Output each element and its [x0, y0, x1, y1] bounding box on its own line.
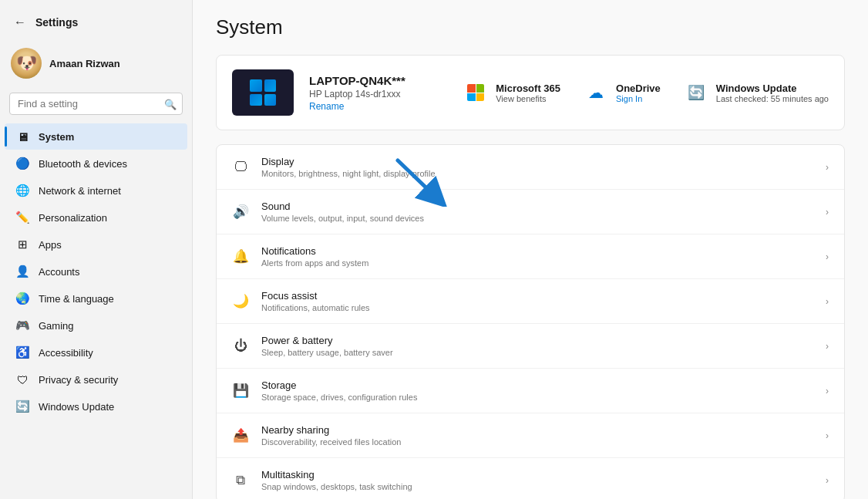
sidebar-item-label-time: Time & language — [39, 293, 114, 305]
winupdate-sub: Last checked: 55 minutes ago — [716, 94, 829, 103]
power-name: Power & battery — [261, 335, 813, 346]
sidebar-item-system[interactable]: 🖥System — [5, 123, 187, 150]
time-nav-icon: 🌏 — [15, 292, 29, 305]
main-wrapper: System LAPTOP-QN4K*** HP Laptop 14s-dr1x… — [193, 0, 868, 499]
sound-name: Sound — [261, 201, 813, 212]
winupdate-info: Windows Update Last checked: 55 minutes … — [716, 83, 829, 103]
storage-chevron-icon: › — [826, 386, 829, 396]
multitasking-text: MultitaskingSnap windows, desktops, task… — [261, 469, 813, 491]
sidebar-item-label-network: Network & internet — [39, 185, 121, 197]
gaming-nav-icon: 🎮 — [15, 319, 29, 332]
sidebar: ← Settings 🐶 Amaan Rizwan 🔍 🖥System🔵Blue… — [0, 0, 193, 499]
multitasking-icon: ⧉ — [232, 472, 249, 489]
settings-item-storage[interactable]: 💾StorageStorage space, drives, configura… — [217, 369, 844, 413]
sidebar-header: ← Settings — [0, 8, 192, 40]
sidebar-item-accounts[interactable]: 👤Accounts — [5, 258, 187, 285]
winupdate-icon: 🔄 — [684, 80, 708, 105]
nearby-name: Nearby sharing — [261, 424, 813, 436]
ms365-info: Microsoft 365 View benefits — [496, 83, 560, 103]
laptop-model: HP Laptop 14s-dr1xxx — [309, 89, 448, 99]
storage-desc: Storage space, drives, configuration rul… — [261, 393, 813, 402]
laptop-name: LAPTOP-QN4K*** — [309, 74, 448, 87]
multitasking-desc: Snap windows, desktops, task switching — [261, 482, 813, 491]
sidebar-item-label-accessibility: Accessibility — [39, 347, 93, 359]
settings-item-focus[interactable]: 🌙Focus assistNotifications, automatic ru… — [217, 279, 844, 324]
sidebar-item-time[interactable]: 🌏Time & language — [5, 285, 187, 312]
multitasking-name: Multitasking — [261, 469, 813, 480]
bluetooth-nav-icon: 🔵 — [15, 157, 29, 170]
sidebar-item-label-bluetooth: Bluetooth & devices — [39, 158, 127, 170]
sidebar-item-label-system: System — [39, 131, 74, 143]
laptop-thumbnail — [232, 69, 294, 116]
onedrive-name: OneDrive — [616, 83, 661, 94]
sidebar-item-gaming[interactable]: 🎮Gaming — [5, 312, 187, 339]
update-nav-icon: 🔄 — [15, 400, 29, 413]
sidebar-item-privacy[interactable]: 🛡Privacy & security — [5, 366, 187, 393]
settings-item-display[interactable]: 🖵DisplayMonitors, brightness, night ligh… — [217, 145, 844, 190]
back-button[interactable]: ← — [11, 14, 29, 31]
settings-item-nearby[interactable]: 📤Nearby sharingDiscoverability, received… — [217, 413, 844, 458]
sidebar-item-label-apps: Apps — [39, 239, 62, 251]
winupdate-name: Windows Update — [716, 83, 829, 94]
search-box[interactable]: 🔍 — [9, 93, 183, 115]
avatar: 🐶 — [11, 48, 42, 79]
focus-icon: 🌙 — [232, 293, 249, 310]
focus-text: Focus assistNotifications, automatic rul… — [261, 290, 813, 312]
onedrive-sub: Sign In — [616, 94, 661, 103]
notifications-name: Notifications — [261, 245, 813, 257]
user-profile: 🐶 Amaan Rizwan — [0, 40, 192, 89]
laptop-info: LAPTOP-QN4K*** HP Laptop 14s-dr1xxx Rena… — [309, 74, 448, 112]
ms365-icon — [463, 80, 488, 105]
sidebar-item-label-gaming: Gaming — [39, 320, 74, 332]
service-ms365[interactable]: Microsoft 365 View benefits — [463, 80, 560, 105]
avatar-image: 🐶 — [11, 48, 42, 79]
search-input[interactable] — [9, 93, 183, 115]
user-name: Amaan Rizwan — [49, 58, 120, 69]
sidebar-item-personalization[interactable]: ✏️Personalization — [5, 204, 187, 231]
sidebar-item-bluetooth[interactable]: 🔵Bluetooth & devices — [5, 150, 187, 177]
settings-item-power[interactable]: ⏻Power & batterySleep, battery usage, ba… — [217, 324, 844, 369]
accessibility-nav-icon: ♿ — [15, 346, 29, 359]
display-desc: Monitors, brightness, night light, displ… — [261, 169, 813, 178]
storage-text: StorageStorage space, drives, configurat… — [261, 379, 813, 402]
nav-list: 🖥System🔵Bluetooth & devices🌐Network & in… — [0, 123, 192, 420]
search-icon: 🔍 — [164, 98, 177, 110]
settings-list: 🖵DisplayMonitors, brightness, night ligh… — [216, 144, 845, 499]
power-desc: Sleep, battery usage, battery saver — [261, 348, 813, 357]
display-icon: 🖵 — [232, 159, 249, 176]
multitasking-chevron-icon: › — [826, 475, 829, 486]
main-content: System LAPTOP-QN4K*** HP Laptop 14s-dr1x… — [193, 0, 868, 499]
sidebar-item-update[interactable]: 🔄Windows Update — [5, 393, 187, 420]
notifications-text: NotificationsAlerts from apps and system — [261, 245, 813, 268]
sidebar-item-network[interactable]: 🌐Network & internet — [5, 177, 187, 204]
settings-item-sound[interactable]: 🔊SoundVolume levels, output, input, soun… — [217, 190, 844, 234]
focus-name: Focus assist — [261, 290, 813, 302]
power-icon: ⏻ — [232, 338, 249, 355]
sound-text: SoundVolume levels, output, input, sound… — [261, 201, 813, 223]
settings-item-multitasking[interactable]: ⧉MultitaskingSnap windows, desktops, tas… — [217, 458, 844, 499]
nearby-desc: Discoverability, received files location — [261, 437, 813, 447]
sidebar-title: Settings — [35, 16, 78, 29]
power-text: Power & batterySleep, battery usage, bat… — [261, 335, 813, 357]
sound-icon: 🔊 — [232, 204, 249, 221]
notifications-icon: 🔔 — [232, 248, 249, 265]
settings-item-notifications[interactable]: 🔔NotificationsAlerts from apps and syste… — [217, 234, 844, 279]
display-name: Display — [261, 156, 813, 167]
service-winupdate[interactable]: 🔄 Windows Update Last checked: 55 minute… — [684, 80, 829, 105]
rename-link[interactable]: Rename — [309, 101, 344, 112]
system-services: Microsoft 365 View benefits ☁ OneDrive S… — [463, 80, 829, 105]
sound-chevron-icon: › — [826, 207, 829, 217]
sidebar-item-accessibility[interactable]: ♿Accessibility — [5, 339, 187, 366]
personalization-nav-icon: ✏️ — [15, 211, 29, 224]
focus-desc: Notifications, automatic rules — [261, 303, 813, 312]
page-title: System — [216, 15, 845, 39]
sidebar-item-label-privacy: Privacy & security — [39, 374, 118, 386]
focus-chevron-icon: › — [826, 296, 829, 307]
sidebar-item-apps[interactable]: ⊞Apps — [5, 231, 187, 258]
onedrive-icon: ☁ — [584, 80, 608, 105]
service-onedrive[interactable]: ☁ OneDrive Sign In — [584, 80, 661, 105]
system-info-card: LAPTOP-QN4K*** HP Laptop 14s-dr1xxx Rena… — [216, 55, 845, 130]
ms365-name: Microsoft 365 — [496, 83, 560, 94]
nearby-chevron-icon: › — [826, 430, 829, 441]
sound-desc: Volume levels, output, input, sound devi… — [261, 214, 813, 223]
